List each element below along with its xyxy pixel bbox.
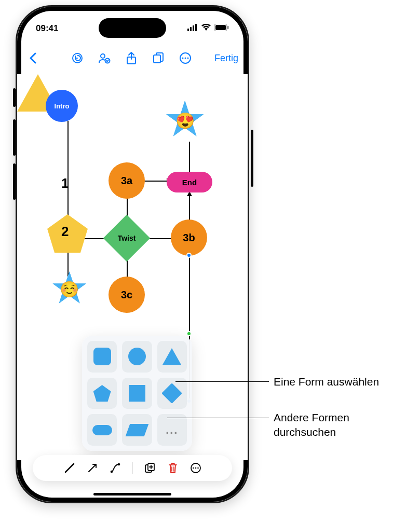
svg-point-17 xyxy=(117,463,120,466)
cellular-icon xyxy=(187,23,198,34)
picker-rounded-square[interactable] xyxy=(87,341,117,373)
shape-label: Twist xyxy=(110,222,143,255)
shape-star-heart-eyes[interactable]: ★ 😍 xyxy=(161,96,208,143)
picker-circle[interactable] xyxy=(122,341,152,373)
picker-parallelogram[interactable] xyxy=(122,414,152,446)
shape-3b-circle[interactable]: 3b xyxy=(171,219,207,256)
svg-point-14 xyxy=(185,58,186,59)
shape-label: 2 xyxy=(61,224,69,240)
svg-rect-11 xyxy=(154,55,160,63)
battery-icon xyxy=(214,23,229,34)
svg-point-16 xyxy=(110,471,113,473)
svg-rect-5 xyxy=(215,25,226,30)
svg-point-21 xyxy=(193,467,194,469)
svg-point-13 xyxy=(182,58,184,59)
delete-button[interactable] xyxy=(167,462,179,474)
toolbar-more-button[interactable] xyxy=(190,462,201,474)
shape-end-pill[interactable]: End xyxy=(167,172,212,192)
svg-rect-2 xyxy=(193,25,194,31)
svg-rect-6 xyxy=(227,26,229,29)
svg-point-23 xyxy=(197,467,199,469)
iphone-frame: 09:41 xyxy=(16,5,249,503)
back-button[interactable] xyxy=(26,52,39,64)
connector xyxy=(189,192,190,221)
callout-select-shape: Eine Form auswählen xyxy=(274,375,379,389)
svg-rect-0 xyxy=(187,29,189,31)
collaborate-button[interactable] xyxy=(98,52,111,64)
wifi-icon xyxy=(201,23,211,34)
shape-label: 3c xyxy=(121,289,132,301)
emoji-icon: ☺️ xyxy=(60,282,79,297)
svg-point-8 xyxy=(101,54,105,58)
pen-tool-button[interactable] xyxy=(64,462,75,474)
selection-handle[interactable] xyxy=(186,253,192,258)
more-button[interactable] xyxy=(179,52,192,64)
clock: 09:41 xyxy=(36,23,58,34)
shape-label: Intro xyxy=(55,102,70,110)
more-icon: ... xyxy=(166,423,178,437)
copy-button[interactable] xyxy=(152,52,165,64)
shape-label: 1 xyxy=(61,175,69,191)
selection-midpoint-handle[interactable] xyxy=(186,331,192,336)
connector xyxy=(144,181,168,182)
bottom-toolbar xyxy=(33,455,232,481)
callout-leader xyxy=(175,381,269,382)
connector xyxy=(189,142,190,173)
home-indicator xyxy=(93,493,171,496)
callout-browse-other: Andere Formen durchsuchen xyxy=(274,410,349,440)
picker-triangle[interactable] xyxy=(157,341,187,373)
picker-pill[interactable] xyxy=(87,414,117,446)
picker-square[interactable] xyxy=(122,378,152,409)
svg-rect-1 xyxy=(190,27,192,31)
shape-intro-circle[interactable]: Intro xyxy=(46,90,78,122)
arrow-tool-button[interactable] xyxy=(87,462,98,474)
picker-more-shapes[interactable]: ... xyxy=(157,414,187,446)
shape-star-smile[interactable]: ★ ☺️ xyxy=(47,266,91,310)
undo-button[interactable] xyxy=(71,52,84,64)
svg-rect-3 xyxy=(195,24,197,31)
shape-3a-circle[interactable]: 3a xyxy=(109,162,145,199)
top-toolbar: Fertig xyxy=(17,45,248,71)
diagram-canvas[interactable]: Intro 1 2 ★ ☺️ ★ 😍 3a 3b 3c Twist End xyxy=(17,74,248,460)
add-shape-button[interactable] xyxy=(144,462,156,474)
shape-label: 3a xyxy=(121,175,132,187)
shape-picker-popover: ... xyxy=(82,336,192,451)
status-bar: 09:41 xyxy=(17,19,248,38)
connector-tool-button[interactable] xyxy=(110,462,121,474)
power-button xyxy=(251,130,253,187)
picker-pentagon[interactable] xyxy=(87,378,117,409)
emoji-icon: 😍 xyxy=(175,113,195,129)
share-button[interactable] xyxy=(125,52,138,64)
shape-label: End xyxy=(182,178,197,187)
shape-3c-circle[interactable]: 3c xyxy=(109,277,145,313)
shape-label: 3b xyxy=(183,232,195,244)
done-button[interactable]: Fertig xyxy=(214,53,238,64)
svg-point-15 xyxy=(187,58,189,59)
callout-leader xyxy=(167,418,269,418)
toolbar-divider xyxy=(132,462,133,474)
picker-diamond[interactable] xyxy=(157,378,187,409)
svg-point-22 xyxy=(195,467,196,469)
